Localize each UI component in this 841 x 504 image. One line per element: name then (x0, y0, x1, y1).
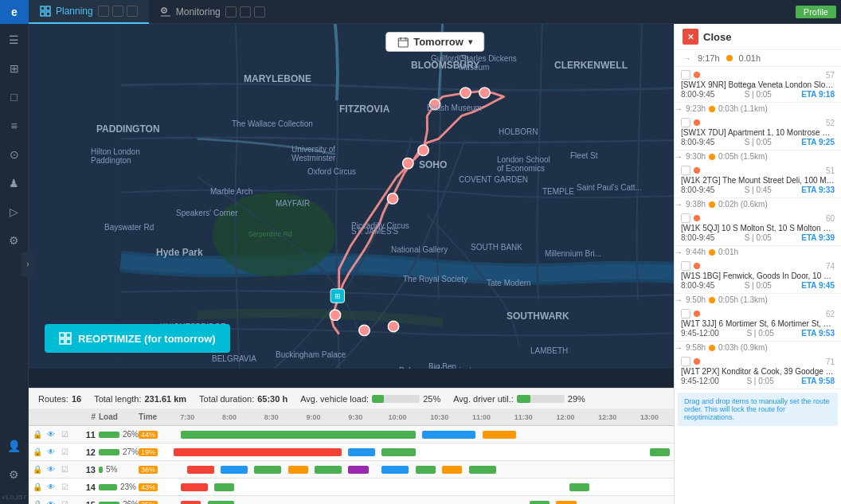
sidebar-icon-box[interactable]: □ (5, 88, 24, 107)
travel-dot-60 (709, 249, 715, 256)
row-icons-12: 🔒 👁 ☑ (32, 447, 76, 458)
dot4 (225, 6, 237, 18)
eye-icon-12[interactable]: 👁 (45, 447, 57, 458)
stop-service-60: S | 0:05 (745, 233, 772, 242)
sidebar-icon-gear-bottom[interactable]: ⚙ (5, 465, 24, 484)
stop-travel-51-60: → 9:38h 0:02h (0.6km) (675, 198, 841, 210)
travel-arrow-52: → (675, 152, 683, 161)
tl-block-15-green (208, 501, 235, 505)
dropdown-arrow: ▾ (468, 37, 472, 46)
sidebar-icon-settings[interactable]: ⚙ (5, 231, 24, 250)
tl-1300: 13:00 (629, 413, 670, 421)
panel-title: Close (703, 31, 731, 43)
profile-button[interactable]: Profile (796, 6, 836, 18)
eye-icon-13[interactable]: 👁 (45, 464, 57, 475)
sidebar-icon-list[interactable]: ≡ (5, 116, 24, 135)
stop-num-52: 52 (826, 119, 835, 127)
lock-icon-12[interactable]: 🔒 (32, 447, 43, 458)
stop-eta-52: ETA 9:25 (801, 138, 835, 147)
stop-travel-74-62: → 9:50h 0:05h (1.3km) (675, 294, 841, 306)
stop-checkbox-60[interactable] (681, 213, 690, 223)
tl-block-14-red (181, 483, 208, 491)
check-icon-14[interactable]: ☑ (59, 482, 70, 493)
eye-icon-11[interactable]: 👁 (45, 429, 57, 440)
check-icon-11[interactable]: ☑ (59, 429, 70, 440)
lock-icon-14[interactable]: 🔒 (32, 482, 43, 493)
lock-icon-11[interactable]: 🔒 (32, 429, 43, 440)
dot2 (112, 6, 123, 17)
reoptimize-button[interactable]: REOPTIMIZE (for tomorrow) (45, 324, 230, 353)
stat-driver: Avg. driver util.: 29% (453, 394, 585, 404)
sidebar-icon-person[interactable]: ♟ (5, 174, 24, 193)
col-header-num: # (76, 412, 99, 421)
sidebar-icon-user-bottom[interactable]: 👤 (5, 436, 24, 455)
stop-num-60: 60 (826, 214, 835, 223)
stop-num-62: 62 (826, 310, 835, 318)
stop-checkbox-71[interactable] (681, 357, 690, 366)
tl-block-15-orange (556, 501, 576, 505)
stop-travel-57-52: → 9:23h 0:03h (1.1km) (675, 103, 841, 115)
stop-checkbox-62[interactable] (681, 309, 690, 318)
travel-dist-74: 0:05h (1.3km) (718, 295, 768, 304)
tab-planning-label: Planning (56, 6, 93, 17)
row-load-14: 23% (99, 483, 139, 491)
svg-rect-2 (41, 12, 45, 16)
svg-text:Serpentine Rd: Serpentine Rd (248, 230, 292, 238)
svg-point-5 (163, 10, 165, 11)
eye-icon-14[interactable]: 👁 (45, 482, 57, 493)
sidebar-icon-menu[interactable]: ☰ (5, 30, 24, 49)
dot5 (240, 6, 251, 18)
sidebar-icon-map[interactable]: ⊞ (5, 59, 24, 78)
sidebar-icon-users[interactable]: ⊙ (5, 145, 24, 164)
lock-icon-15[interactable]: 🔒 (32, 499, 43, 505)
tab-monitoring-label: Monitoring (176, 6, 221, 18)
load-bar-green-14 (99, 484, 117, 490)
sidebar-icon-truck[interactable]: ▷ (5, 202, 24, 221)
load-pct-14: 23% (120, 483, 136, 491)
travel-dist-52: 0:05h (1.5km) (718, 152, 768, 161)
row-num-14: 14 (76, 483, 99, 492)
stop-num-row-51: 51 (681, 166, 835, 175)
tab-monitoring[interactable]: Monitoring (149, 0, 276, 24)
stop-time-row-74: 8:00-9:45 S | 0:05 ETA 9:45 (681, 281, 835, 290)
dot3 (127, 6, 138, 17)
sidebar-collapse-arrow[interactable]: › (22, 252, 34, 276)
check-icon-12[interactable]: ☑ (59, 447, 70, 458)
tomorrow-button[interactable]: Tomorrow ▾ (385, 32, 484, 52)
tl-block-13-green3 (416, 466, 436, 474)
col-header-time: Time (139, 412, 167, 421)
calendar-icon (397, 37, 409, 48)
check-icon-15[interactable]: ☑ (59, 499, 70, 505)
stop-time-row-60: 8:00-9:45 S | 0:05 ETA 9:39 (681, 233, 835, 242)
travel-dot-52 (709, 154, 715, 160)
tl-block-11-green (181, 431, 416, 439)
tab-planning[interactable]: Planning (29, 0, 149, 24)
check-icon-13[interactable]: ☑ (59, 464, 70, 475)
close-button[interactable]: ✕ (683, 29, 698, 45)
stop-eta-62: ETA 9:53 (801, 329, 835, 338)
time-badge-12: 19% (139, 448, 158, 456)
stop-checkbox-74[interactable] (681, 261, 690, 271)
eye-icon-15[interactable]: 👁 (45, 499, 57, 505)
time-badge-13: 36% (139, 466, 158, 474)
routes-val: 16 (72, 394, 81, 404)
stop-time-71: 9:45-12:00 (681, 377, 719, 385)
stop-checkbox-51[interactable] (681, 166, 690, 175)
stop-time-51: 8:00-9:45 (681, 186, 714, 194)
stop-num-row-52: 52 (681, 118, 835, 127)
stop-addr-71: [W1T 2PX] Konditor & Cook, 39 Goodge St,… (681, 367, 835, 376)
row-icons-15: 🔒 👁 ☑ (32, 499, 76, 505)
stop-checkbox-52[interactable] (681, 118, 690, 127)
planning-icon (40, 6, 51, 17)
monitoring-tab-dots (225, 6, 265, 18)
travel-dist-51: 0:02h (0.6km) (718, 200, 768, 209)
stop-color-71 (694, 358, 700, 365)
lock-icon-13[interactable]: 🔒 (32, 464, 43, 475)
svg-rect-21 (398, 38, 408, 47)
svg-text:⊞: ⊞ (334, 292, 341, 300)
stop-travel-60-74: → 9:44h 0:01h (675, 246, 841, 258)
time-badge-11: 44% (139, 431, 158, 439)
travel-time-57: 9:23h (686, 104, 706, 113)
stop-eta-60: ETA 9:39 (801, 233, 835, 242)
stop-checkbox-57[interactable] (681, 70, 690, 80)
